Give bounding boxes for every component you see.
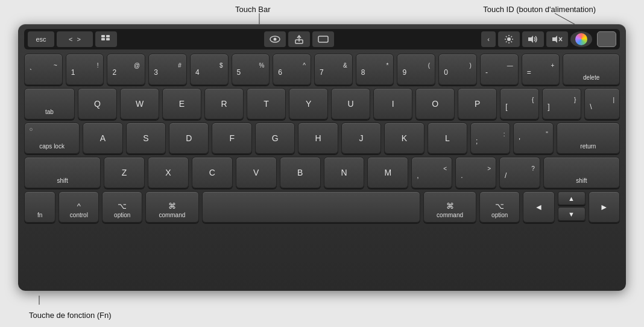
key-period[interactable]: > . (455, 157, 496, 188)
key-option-left[interactable]: ⌥ option (102, 191, 142, 223)
tb-eye-key[interactable] (264, 31, 286, 47)
key-o[interactable]: O (415, 88, 455, 119)
key-comma[interactable]: < , (411, 157, 452, 188)
key-command-left[interactable]: ⌘ command (145, 191, 198, 223)
svg-marker-21 (528, 36, 533, 43)
key-x[interactable]: X (148, 157, 189, 188)
key-q[interactable]: Q (78, 88, 117, 119)
key-j[interactable]: J (341, 122, 381, 154)
asdf-row: caps lock A S D F G H J K L : ; " ' (24, 122, 620, 154)
key-space[interactable] (202, 191, 420, 223)
key-tab[interactable]: tab (24, 88, 75, 119)
key-quote[interactable]: " ' (513, 122, 553, 154)
key-control[interactable]: ^ control (58, 191, 99, 223)
key-p[interactable]: P (458, 88, 497, 119)
svg-line-19 (511, 36, 513, 37)
key-shift-right[interactable]: shift (543, 157, 620, 188)
key-u[interactable]: U (331, 88, 370, 119)
tb-nav-keys[interactable]: < > (57, 31, 93, 47)
tb-volume-key[interactable] (522, 31, 544, 47)
svg-rect-4 (106, 35, 110, 37)
key-return[interactable]: return (557, 122, 620, 154)
annotation-area: Touch Bar Touch ID (bouton d'alimentatio… (0, 0, 644, 327)
key-3[interactable]: # 3 (148, 54, 187, 85)
qwerty-row: tab Q W E R T Y U I O P { [ } ] (24, 88, 620, 119)
svg-rect-3 (101, 35, 105, 37)
key-t[interactable]: T (247, 88, 286, 119)
touch-id-key[interactable] (597, 31, 616, 47)
key-k[interactable]: K (384, 122, 424, 154)
key-9[interactable]: ( 9 (397, 54, 435, 85)
key-arrow-right[interactable]: ► (589, 191, 620, 223)
key-command-right[interactable]: ⌘ command (423, 191, 476, 223)
key-backtick[interactable]: ~ ` (24, 54, 63, 85)
key-8[interactable]: * 8 (356, 54, 394, 85)
key-h[interactable]: H (298, 122, 338, 154)
svg-line-17 (506, 36, 507, 37)
key-arrow-up[interactable]: ▲ (558, 191, 586, 205)
key-i[interactable]: I (373, 88, 412, 119)
key-semicolon[interactable]: : ; (470, 122, 510, 154)
key-1[interactable]: ! 1 (66, 54, 104, 85)
key-0[interactable]: ) 0 (438, 54, 477, 85)
key-z[interactable]: Z (104, 157, 145, 188)
touch-id-annotation: Touch ID (bouton d'alimentation) (483, 5, 596, 14)
key-bracket-open[interactable]: { [ (500, 88, 539, 119)
key-bracket-close[interactable]: } ] (542, 88, 581, 119)
key-7[interactable]: & 7 (314, 54, 353, 85)
key-arrow-left[interactable]: ◄ (523, 191, 554, 223)
svg-point-12 (507, 37, 511, 41)
key-minus[interactable]: — - (480, 54, 519, 85)
svg-marker-22 (552, 36, 557, 43)
key-g[interactable]: G (255, 122, 295, 154)
key-backslash[interactable]: | \ (584, 88, 620, 119)
key-arrow-down[interactable]: ▼ (558, 207, 586, 221)
tb-mute-key[interactable] (546, 31, 568, 47)
key-arrows-up-down: ▲ ▼ (558, 191, 586, 223)
touch-bar-annotation: Touch Bar (235, 5, 271, 14)
fn-annotation: Touche de fonction (Fn) (29, 311, 112, 320)
key-y[interactable]: Y (289, 88, 328, 119)
key-5[interactable]: % 5 (232, 54, 270, 85)
key-m[interactable]: M (367, 157, 408, 188)
bottom-row: fn ^ control ⌥ option ⌘ command ⌘ comman… (24, 191, 620, 223)
key-equals[interactable]: + = (522, 54, 560, 85)
key-fn[interactable]: fn (24, 191, 55, 223)
key-e[interactable]: E (162, 88, 201, 119)
key-shift-left[interactable]: shift (24, 157, 101, 188)
key-n[interactable]: N (324, 157, 365, 188)
svg-rect-11 (318, 36, 328, 42)
key-6[interactable]: ^ 6 (273, 54, 311, 85)
key-l[interactable]: L (428, 122, 467, 154)
key-d[interactable]: D (169, 122, 209, 154)
key-4[interactable]: $ 4 (190, 54, 229, 85)
svg-rect-6 (106, 38, 110, 40)
tb-rect-key[interactable] (312, 31, 334, 47)
svg-point-8 (274, 38, 277, 41)
number-row: ~ ` ! 1 @ 2 # 3 $ 4 (24, 54, 620, 85)
key-2[interactable]: @ 2 (107, 54, 145, 85)
key-f[interactable]: F (212, 122, 251, 154)
key-b[interactable]: B (280, 157, 321, 188)
tb-grid-key[interactable] (95, 31, 117, 47)
tb-siri-key[interactable] (570, 31, 592, 47)
key-slash[interactable]: ? / (499, 157, 540, 188)
key-s[interactable]: S (126, 122, 166, 154)
svg-line-20 (506, 42, 507, 43)
tb-chevron-key[interactable]: ‹ (481, 31, 496, 47)
key-r[interactable]: R (204, 88, 244, 119)
tb-share-key[interactable] (288, 31, 310, 47)
svg-line-18 (511, 42, 513, 43)
siri-icon (575, 33, 587, 45)
key-caps-lock[interactable]: caps lock (24, 122, 80, 154)
key-c[interactable]: C (192, 157, 233, 188)
key-a[interactable]: A (83, 122, 122, 154)
caps-lock-indicator (30, 128, 33, 131)
key-v[interactable]: V (236, 157, 277, 188)
keyboard: esc < > (18, 24, 626, 291)
key-w[interactable]: W (120, 88, 159, 119)
key-delete[interactable]: delete (563, 54, 620, 85)
tb-esc-key[interactable]: esc (28, 31, 54, 47)
tb-brightness-key[interactable] (498, 31, 520, 47)
key-option-right[interactable]: ⌥ option (479, 191, 520, 223)
